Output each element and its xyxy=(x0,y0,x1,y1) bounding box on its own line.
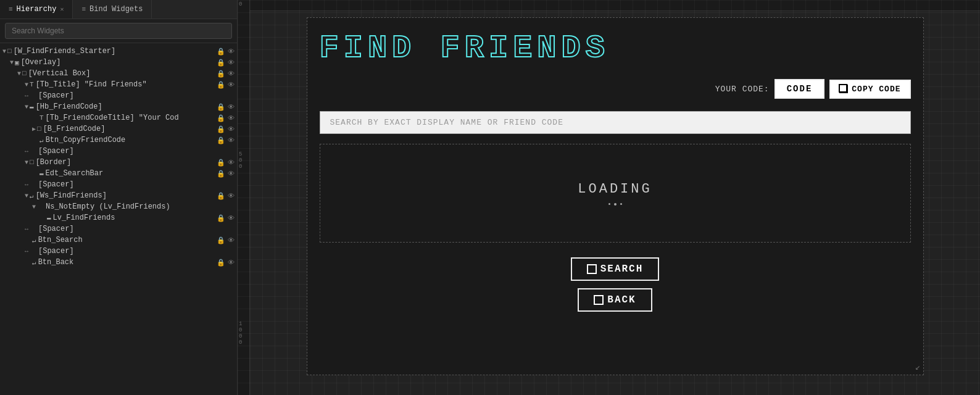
lock-icon[interactable]: 🔒 xyxy=(217,136,225,144)
canvas-panel: 0 500 1000 Find Friends YOUR CODE: CODE … xyxy=(238,0,980,395)
tree-item-label: [Spacer] xyxy=(38,247,74,256)
copy-code-button[interactable]: COPY CODE xyxy=(829,80,910,99)
dot-1 xyxy=(608,203,610,205)
tree-arrow: ↔ xyxy=(25,148,28,155)
tree-item[interactable]: ↵Btn_Back🔒👁 xyxy=(0,257,237,268)
copy-icon xyxy=(839,85,848,93)
tree-item[interactable]: ▼□[Border]🔒👁 xyxy=(0,157,237,168)
tree-item[interactable]: ▼□[Vertical Box]🔒👁 xyxy=(0,68,237,79)
tree-item-icon: □ xyxy=(22,70,27,77)
eye-icon[interactable]: 👁 xyxy=(228,259,235,267)
tree-item-label: [B_FriendCode] xyxy=(43,125,106,133)
back-btn-label: BACK xyxy=(607,294,636,306)
tree-item[interactable]: ↔[Spacer] xyxy=(0,146,237,157)
tree-item-label: Btn_Back xyxy=(38,258,74,267)
tree-area: ▼□[W_FindFriends_Starter]🔒👁▼▣[Overlay]🔒👁… xyxy=(0,43,237,395)
eye-icon[interactable]: 👁 xyxy=(228,48,235,56)
back-button[interactable]: BACK xyxy=(578,288,652,312)
tree-item[interactable]: ↔[Spacer] xyxy=(0,246,237,257)
tree-item-label: [Spacer] xyxy=(38,225,74,233)
tree-item[interactable]: ▼▣[Overlay]🔒👁 xyxy=(0,57,237,68)
tree-item[interactable]: ↔[Spacer] xyxy=(0,90,237,101)
eye-icon[interactable]: 👁 xyxy=(228,214,235,222)
eye-icon[interactable]: 👁 xyxy=(228,192,235,200)
eye-icon[interactable]: 👁 xyxy=(228,159,235,167)
tree-arrow: ↔ xyxy=(25,226,28,233)
bind-widgets-tab-icon: ≡ xyxy=(81,6,86,13)
lock-icon[interactable]: 🔒 xyxy=(217,170,225,178)
tree-item[interactable]: ↵Btn_Search🔒👁 xyxy=(0,235,237,246)
tree-item[interactable]: ▼↵[Ws_FindFriends]🔒👁 xyxy=(0,190,237,201)
eye-icon[interactable]: 👁 xyxy=(228,125,235,133)
tree-item-label: [Spacer] xyxy=(38,147,74,156)
tree-item[interactable]: ▶□[B_FriendCode]🔒👁 xyxy=(0,123,237,135)
dot-2 xyxy=(614,203,617,206)
eye-icon[interactable]: 👁 xyxy=(228,70,235,78)
tree-item[interactable]: ↔[Spacer] xyxy=(0,179,237,190)
search-input[interactable] xyxy=(5,23,232,39)
eye-icon[interactable]: 👁 xyxy=(228,59,235,67)
tree-item-icon: T xyxy=(30,81,34,88)
tree-item[interactable]: ▬Edt_SearchBar🔒👁 xyxy=(0,168,237,179)
tree-item-label: Btn_Search xyxy=(38,236,83,244)
lock-icon[interactable]: 🔒 xyxy=(217,70,225,78)
hierarchy-tab-close[interactable]: ✕ xyxy=(60,6,64,13)
tree-arrow: ▶ xyxy=(32,125,36,133)
tab-bar: ≡ Hierarchy ✕ ≡ Bind Widgets xyxy=(0,0,237,19)
tree-item[interactable]: ▬Lv_FindFriends🔒👁 xyxy=(0,212,237,223)
tree-arrow: ▼ xyxy=(25,104,28,110)
loading-text: LOADING xyxy=(578,181,652,197)
tree-arrow: ▼ xyxy=(25,81,28,88)
search-bar-wrapper[interactable]: SEARCH BY EXACT DISPLAY NAME OR FRIEND C… xyxy=(320,111,911,134)
eye-icon[interactable]: 👁 xyxy=(228,81,235,89)
lock-icon[interactable]: 🔒 xyxy=(217,159,225,167)
bind-widgets-tab-label: Bind Widgets xyxy=(89,5,143,14)
eye-icon[interactable]: 👁 xyxy=(228,103,235,111)
lock-icon[interactable]: 🔒 xyxy=(217,103,225,111)
lock-icon[interactable]: 🔒 xyxy=(217,125,225,133)
eye-icon[interactable]: 👁 xyxy=(228,170,235,178)
tree-arrow: ▼ xyxy=(2,48,6,55)
resize-handle[interactable]: ↙ xyxy=(915,362,920,372)
lock-icon[interactable]: 🔒 xyxy=(217,259,225,267)
tab-bind-widgets[interactable]: ≡ Bind Widgets xyxy=(73,0,152,19)
tree-item-label: Ns_NotEmpty (Lv_FindFriends) xyxy=(46,202,170,211)
results-area: LOADING xyxy=(320,144,911,243)
dot-3 xyxy=(620,203,622,205)
tree-item-label: [W_FindFriends_Starter] xyxy=(14,47,116,56)
tree-arrow: ▼ xyxy=(17,70,21,77)
tree-item-label: [Spacer] xyxy=(38,180,74,189)
lock-icon[interactable]: 🔒 xyxy=(217,81,225,89)
lock-icon[interactable]: 🔒 xyxy=(217,114,225,122)
lock-icon[interactable]: 🔒 xyxy=(217,192,225,200)
search-bar-placeholder: SEARCH BY EXACT DISPLAY NAME OR FRIEND C… xyxy=(330,118,900,127)
tree-item-icon: □ xyxy=(30,159,34,166)
tree-item[interactable]: ▼□[W_FindFriends_Starter]🔒👁 xyxy=(0,46,237,57)
tree-item[interactable]: ↵Btn_CopyFriendCode🔒👁 xyxy=(0,135,237,146)
tree-item[interactable]: ▼T[Tb_Title] "Find Friends"🔒👁 xyxy=(0,79,237,90)
tree-item[interactable]: ↔[Spacer] xyxy=(0,223,237,235)
widget-container: Find Friends YOUR CODE: CODE COPY CODE S… xyxy=(250,11,980,395)
tree-item-icon: ↵ xyxy=(32,259,36,267)
friend-code-value: CODE xyxy=(787,84,813,94)
tree-item-label: [Border] xyxy=(36,158,72,167)
tree-item-icon: T xyxy=(39,114,44,122)
tree-item[interactable]: T[Tb_FriendCodeTitle] "Your Cod🔒👁 xyxy=(0,112,237,123)
tree-item[interactable]: ▼▬[Hb_FriendCode]🔒👁 xyxy=(0,101,237,112)
tree-item-icon: ▣ xyxy=(15,59,19,67)
search-button[interactable]: SEARCH xyxy=(571,257,660,281)
tree-item-label: [Spacer] xyxy=(38,91,74,100)
tree-arrow: ▼ xyxy=(10,59,14,66)
lock-icon[interactable]: 🔒 xyxy=(217,48,225,56)
tree-arrow: ↔ xyxy=(25,181,28,188)
lock-icon[interactable]: 🔒 xyxy=(217,214,225,222)
tree-item[interactable]: ▼Ns_NotEmpty (Lv_FindFriends) xyxy=(0,201,237,212)
eye-icon[interactable]: 👁 xyxy=(228,236,235,244)
lock-icon[interactable]: 🔒 xyxy=(217,236,225,244)
eye-icon[interactable]: 👁 xyxy=(228,114,235,122)
back-btn-icon xyxy=(594,295,604,305)
buttons-area: SEARCH BACK xyxy=(320,257,911,312)
tab-hierarchy[interactable]: ≡ Hierarchy ✕ xyxy=(0,0,73,19)
eye-icon[interactable]: 👁 xyxy=(228,136,235,144)
lock-icon[interactable]: 🔒 xyxy=(217,59,225,67)
